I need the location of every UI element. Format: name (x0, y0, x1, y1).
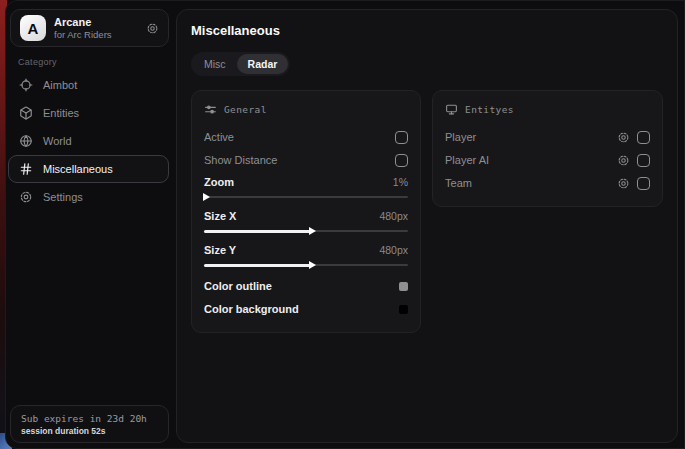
slider-thumb[interactable] (203, 193, 210, 201)
slider-thumb[interactable] (309, 261, 316, 269)
entity-row: Player (445, 126, 650, 148)
hash-icon (19, 162, 33, 176)
category-label: Category (18, 57, 57, 67)
slider-thumb[interactable] (309, 227, 316, 235)
setting-label: Color outline (204, 280, 272, 292)
sidebar-item-label: Miscellaneous (43, 163, 113, 175)
setting-label: Size X (204, 210, 236, 222)
cards-container: General ActiveShow DistanceZoom1%Size X4… (191, 90, 663, 333)
color-setting-row: Color outline (204, 275, 408, 297)
app-title-block: Arcane for Arc Riders (54, 16, 138, 41)
tab-group: MiscRadar (191, 52, 290, 76)
general-card-header: General (204, 103, 408, 116)
globe-icon (19, 134, 33, 148)
page-title: Miscellaneous (191, 23, 663, 38)
crosshair-icon (19, 78, 33, 92)
setting-label: Show Distance (204, 154, 277, 166)
gear-icon[interactable] (617, 154, 630, 167)
sidebar-item-world[interactable]: World (8, 127, 169, 155)
entity-label: Player AI (445, 154, 489, 166)
entities-card: Entityes PlayerPlayer AITeam (432, 90, 663, 207)
entity-row: Team (445, 172, 650, 194)
sidebar-item-label: Entities (43, 107, 79, 119)
sidebar-item-aimbot[interactable]: Aimbot (8, 71, 169, 99)
app-header: A Arcane for Arc Riders (10, 9, 169, 47)
checkbox[interactable] (637, 154, 650, 167)
sidebar-item-label: Settings (43, 191, 83, 203)
app-name: Arcane (54, 16, 138, 29)
sidebar-item-entities[interactable]: Entities (8, 99, 169, 127)
slider-track[interactable] (204, 227, 408, 235)
sidebar-item-label: World (43, 135, 72, 147)
entity-label: Team (445, 177, 472, 189)
subscription-info-box: Sub expires in 23d 20h session duration … (10, 405, 169, 443)
entity-label: Player (445, 131, 476, 143)
gear-icon[interactable] (617, 177, 630, 190)
app-subtitle: for Arc Riders (54, 29, 138, 40)
main-panel: Miscellaneous MiscRadar General ActiveSh… (176, 9, 678, 443)
slider-track[interactable] (204, 261, 408, 269)
checkbox[interactable] (395, 154, 408, 167)
app-window: A Arcane for Arc Riders Category AimbotE… (5, 0, 685, 449)
sidebar-item-settings[interactable]: Settings (8, 183, 169, 211)
sidebar-item-label: Aimbot (43, 79, 77, 91)
tab-radar[interactable]: Radar (237, 54, 289, 74)
setting-label: Active (204, 131, 234, 143)
general-card: General ActiveShow DistanceZoom1%Size X4… (191, 90, 421, 333)
tab-misc[interactable]: Misc (193, 54, 237, 74)
monitor-icon (445, 103, 458, 116)
setting-label: Size Y (204, 244, 236, 256)
entities-card-header: Entityes (445, 103, 650, 116)
app-logo: A (20, 15, 46, 41)
setting-label: Zoom (204, 176, 234, 188)
slider-row: Zoom1% (204, 173, 408, 201)
setting-row: Show Distance (204, 149, 408, 171)
general-card-title: General (224, 104, 267, 115)
checkbox[interactable] (637, 131, 650, 144)
session-duration-text: session duration 52s (21, 426, 158, 436)
sub-expires-text: Sub expires in 23d 20h (21, 413, 158, 424)
entities-icon (19, 106, 33, 120)
entity-row: Player AI (445, 149, 650, 171)
gear-icon[interactable] (146, 22, 159, 35)
checkbox[interactable] (637, 177, 650, 190)
sidebar-item-miscellaneous[interactable]: Miscellaneous (8, 155, 169, 183)
checkbox[interactable] (395, 131, 408, 144)
color-swatch[interactable] (399, 282, 408, 291)
sidebar: A Arcane for Arc Riders Category AimbotE… (6, 1, 176, 448)
sliders-icon (204, 103, 217, 116)
color-swatch[interactable] (399, 305, 408, 314)
slider-track[interactable] (204, 193, 408, 201)
gear-icon[interactable] (617, 131, 630, 144)
color-setting-row: Color background (204, 298, 408, 320)
sidebar-nav: AimbotEntitiesWorldMiscellaneousSettings (8, 71, 169, 211)
setting-row: Active (204, 126, 408, 148)
slider-value: 480px (379, 210, 408, 222)
gear-icon (19, 190, 33, 204)
slider-value: 1% (393, 176, 408, 188)
slider-row: Size X480px (204, 207, 408, 235)
setting-label: Color background (204, 303, 299, 315)
entities-card-title: Entityes (465, 104, 514, 115)
slider-value: 480px (379, 244, 408, 256)
slider-row: Size Y480px (204, 241, 408, 269)
